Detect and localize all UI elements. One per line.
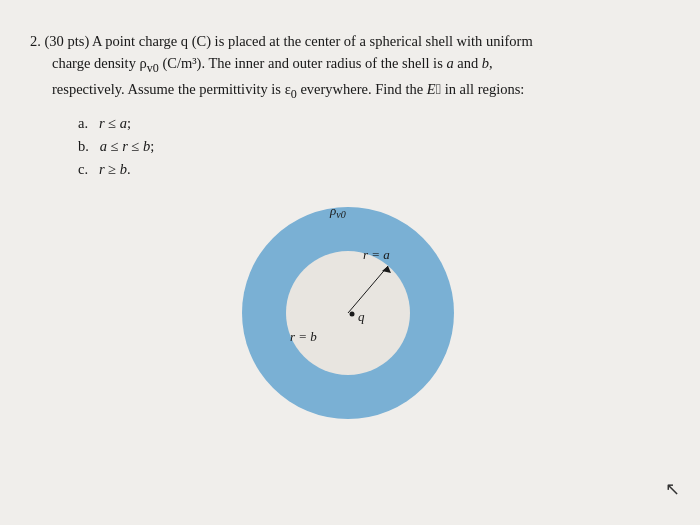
- problem-text-line1: A point charge q (C) is placed at the ce…: [92, 33, 533, 49]
- problem-text-line2: charge density ρv0 (C/m³). The inner and…: [52, 55, 493, 71]
- center-dot: [350, 312, 355, 317]
- diagram-svg: ρv0 r = a q r = b: [230, 191, 470, 421]
- problem-number: 2.: [30, 33, 41, 49]
- label-r-equals-b: r = b: [290, 329, 317, 344]
- cursor-arrow: ↖: [665, 478, 680, 500]
- rho-label: ρv0: [329, 203, 346, 220]
- diagram-wrapper: ρv0 r = a q r = b: [230, 191, 470, 421]
- label-r-equals-a: r = a: [363, 247, 390, 262]
- problem-list: a. r ≤ a; b. a ≤ r ≤ b; c. r ≥ b.: [78, 112, 670, 182]
- list-item-b: b. a ≤ r ≤ b;: [78, 135, 670, 158]
- diagram-container: ρv0 r = a q r = b: [30, 191, 670, 421]
- problem-statement: 2. (30 pts) A point charge q (C) is plac…: [30, 30, 670, 104]
- page: 2. (30 pts) A point charge q (C) is plac…: [0, 0, 700, 525]
- list-item-c: c. r ≥ b.: [78, 158, 670, 181]
- label-q: q: [358, 309, 365, 324]
- problem-points: (30 pts): [45, 33, 90, 49]
- problem-text-line3: respectively. Assume the permittivity is…: [52, 81, 524, 97]
- list-item-a: a. r ≤ a;: [78, 112, 670, 135]
